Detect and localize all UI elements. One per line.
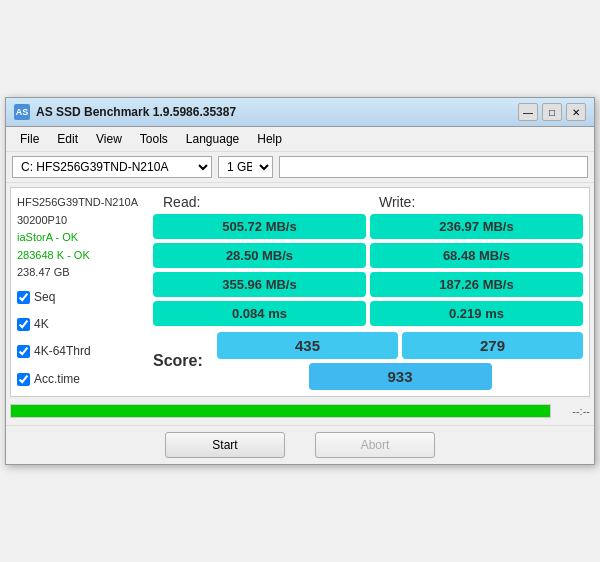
close-button[interactable]: ✕ bbox=[566, 103, 586, 121]
abort-button[interactable]: Abort bbox=[315, 432, 435, 458]
seq-read: 505.72 MB/s bbox=[153, 214, 366, 239]
drive-size: 238.47 GB bbox=[17, 264, 147, 282]
checkbox-acctime[interactable]: Acc.time bbox=[17, 370, 147, 389]
drive-select[interactable]: C: HFS256G39TND-N210A bbox=[12, 156, 212, 178]
size-select[interactable]: 1 GB 2 GB 4 GB bbox=[218, 156, 273, 178]
search-input[interactable] bbox=[279, 156, 588, 178]
app-icon: AS bbox=[14, 104, 30, 120]
main-content: HFS256G39TND-N210A 30200P10 iaStorA - OK… bbox=[10, 187, 590, 397]
score-label: Score: bbox=[153, 352, 213, 370]
drive-name: HFS256G39TND-N210A bbox=[17, 194, 147, 212]
progress-area: --:-- bbox=[10, 401, 590, 421]
title-controls: — □ ✕ bbox=[518, 103, 586, 121]
score-total-row: 933 bbox=[217, 363, 583, 390]
left-panel: HFS256G39TND-N210A 30200P10 iaStorA - OK… bbox=[17, 194, 147, 390]
score-read: 435 bbox=[217, 332, 398, 359]
title-bar: AS AS SSD Benchmark 1.9.5986.35387 — □ ✕ bbox=[6, 98, 594, 127]
menu-language[interactable]: Language bbox=[178, 130, 247, 148]
column-headers: Read: Write: bbox=[153, 194, 583, 210]
progress-status: --:-- bbox=[555, 405, 590, 417]
toolbar: C: HFS256G39TND-N210A 1 GB 2 GB 4 GB bbox=[6, 152, 594, 183]
progress-fill bbox=[11, 405, 550, 417]
score-total: 933 bbox=[309, 363, 492, 390]
4k-write: 68.48 MB/s bbox=[370, 243, 583, 268]
checkbox-seq[interactable]: Seq bbox=[17, 288, 147, 307]
menu-tools[interactable]: Tools bbox=[132, 130, 176, 148]
acctime-write: 0.219 ms bbox=[370, 301, 583, 326]
window-title: AS SSD Benchmark 1.9.5986.35387 bbox=[36, 105, 236, 119]
result-row-4k: 28.50 MB/s 68.48 MB/s bbox=[153, 243, 583, 268]
menu-edit[interactable]: Edit bbox=[49, 130, 86, 148]
4k64thrd-write: 187.26 MB/s bbox=[370, 272, 583, 297]
result-row-4k64thrd: 355.96 MB/s 187.26 MB/s bbox=[153, 272, 583, 297]
score-row: 435 279 933 bbox=[217, 332, 583, 390]
checkbox-4k[interactable]: 4K bbox=[17, 315, 147, 334]
drive-block: 283648 K - OK bbox=[17, 247, 147, 265]
start-button[interactable]: Start bbox=[165, 432, 285, 458]
menu-help[interactable]: Help bbox=[249, 130, 290, 148]
checkbox-4k64thrd[interactable]: 4K-64Thrd bbox=[17, 342, 147, 361]
bottom-bar: Start Abort bbox=[6, 425, 594, 464]
read-header: Read: bbox=[155, 194, 367, 210]
acctime-read: 0.084 ms bbox=[153, 301, 366, 326]
minimize-button[interactable]: — bbox=[518, 103, 538, 121]
seq-write: 236.97 MB/s bbox=[370, 214, 583, 239]
result-row-acctime: 0.084 ms 0.219 ms bbox=[153, 301, 583, 326]
menu-view[interactable]: View bbox=[88, 130, 130, 148]
title-bar-left: AS AS SSD Benchmark 1.9.5986.35387 bbox=[14, 104, 236, 120]
progress-bar-container bbox=[10, 404, 551, 418]
right-panel: Read: Write: 505.72 MB/s 236.97 MB/s 28.… bbox=[153, 194, 583, 390]
score-section: Score: 435 279 933 bbox=[153, 332, 583, 390]
maximize-button[interactable]: □ bbox=[542, 103, 562, 121]
score-top: 435 279 bbox=[217, 332, 583, 359]
score-write: 279 bbox=[402, 332, 583, 359]
result-row-seq: 505.72 MB/s 236.97 MB/s bbox=[153, 214, 583, 239]
drive-firmware: 30200P10 bbox=[17, 212, 147, 230]
test-checkboxes: Seq 4K 4K-64Thrd Acc.time bbox=[17, 288, 147, 389]
menu-file[interactable]: File bbox=[12, 130, 47, 148]
4k64thrd-read: 355.96 MB/s bbox=[153, 272, 366, 297]
4k-read: 28.50 MB/s bbox=[153, 243, 366, 268]
drive-driver: iaStorA - OK bbox=[17, 229, 147, 247]
menu-bar: File Edit View Tools Language Help bbox=[6, 127, 594, 152]
result-rows: 505.72 MB/s 236.97 MB/s 28.50 MB/s 68.48… bbox=[153, 214, 583, 326]
write-header: Write: bbox=[371, 194, 583, 210]
main-window: AS AS SSD Benchmark 1.9.5986.35387 — □ ✕… bbox=[5, 97, 595, 465]
